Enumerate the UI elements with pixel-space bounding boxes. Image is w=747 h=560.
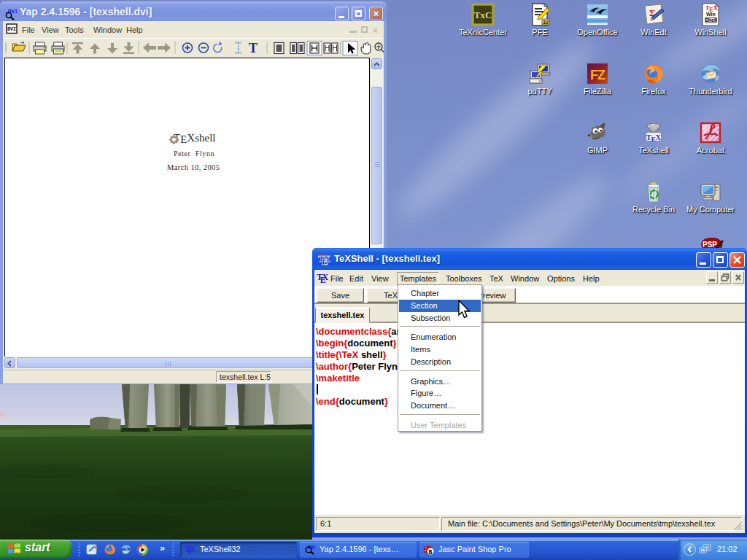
svg-text:Shell: Shell (705, 18, 717, 23)
svg-text:FZ: FZ (590, 68, 605, 82)
svg-text:DVI: DVI (7, 27, 16, 32)
svg-text:X: X (190, 545, 196, 553)
svg-text:8: 8 (428, 548, 432, 556)
svg-text:32: 32 (543, 20, 549, 25)
svg-text:X: X (324, 253, 330, 264)
svg-text:TxC: TxC (474, 9, 492, 20)
svg-text:Win: Win (706, 12, 716, 17)
svg-text:X: X (322, 272, 328, 282)
svg-text:T: T (249, 41, 258, 55)
